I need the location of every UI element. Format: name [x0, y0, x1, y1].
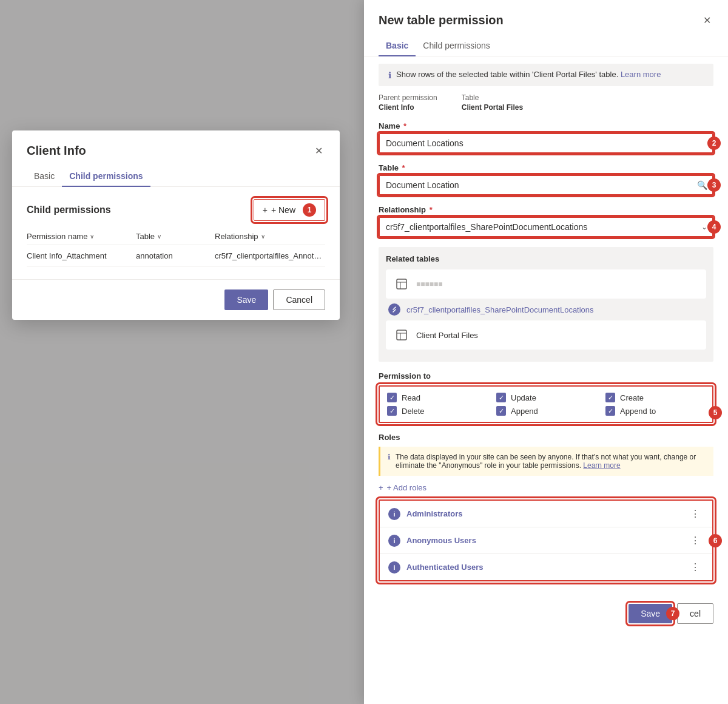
- name-input[interactable]: [379, 133, 713, 154]
- relationship-input[interactable]: [379, 217, 713, 237]
- modal-close-button[interactable]: ✕: [312, 143, 325, 159]
- role-icon-administrators: i: [388, 508, 400, 520]
- roles-warning: ℹ The data displayed in your site can be…: [379, 447, 713, 476]
- badge-5: 5: [709, 406, 722, 419]
- check-mark-6: ✓: [608, 407, 613, 415]
- client-info-modal: Client Info ✕ Basic Child permissions Ch…: [12, 130, 340, 320]
- warn-icon: ℹ: [388, 453, 391, 461]
- checkbox-create[interactable]: ✓ Create: [605, 393, 705, 402]
- role-name-authenticated: Authenticated Users: [406, 563, 483, 572]
- panel-footer: Save 7 cel: [364, 591, 728, 636]
- table-header: Permission name ∨ Table ∨ Relationship ∨: [27, 228, 325, 245]
- col-permission-name-header: Permission name: [27, 232, 87, 241]
- role-more-authenticated[interactable]: ⋮: [687, 560, 704, 574]
- permission-to-section: Permission to ✓ Read ✓ Update ✓: [379, 371, 713, 423]
- role-name-administrators: Administrators: [406, 509, 462, 518]
- permission-to-title: Permission to: [379, 371, 713, 381]
- checkbox-create-box[interactable]: ✓: [605, 393, 615, 402]
- checkbox-append-to-box[interactable]: ✓: [605, 406, 615, 416]
- tab-basic[interactable]: Basic: [27, 166, 62, 187]
- table-input[interactable]: [379, 175, 713, 195]
- role-item-anonymous: i Anonymous Users ⋮: [380, 527, 712, 554]
- roles-section: Roles ℹ The data displayed in your site …: [379, 433, 713, 581]
- modal-save-button[interactable]: Save: [224, 289, 268, 310]
- related-table-label-1: ■■■■■■: [416, 280, 443, 288]
- table-row: Client Info_Attachment annotation cr5f7_…: [27, 245, 325, 267]
- parent-permission-value: Client Info: [379, 103, 437, 112]
- checkbox-read-label: Read: [402, 393, 420, 402]
- role-item-authenticated: i Authenticated Users ⋮: [380, 554, 712, 580]
- name-label: Name *: [379, 121, 713, 130]
- sort-icon-perm: ∨: [90, 233, 94, 240]
- tab-child-permissions[interactable]: Child permissions: [62, 166, 150, 187]
- related-table-link-label: cr5f7_clientportalfiles_SharePointDocume…: [406, 305, 594, 314]
- table-label-2: Table: [462, 93, 523, 102]
- roles-title: Roles: [379, 433, 713, 442]
- checkbox-update[interactable]: ✓ Update: [496, 393, 596, 402]
- badge-4: 4: [707, 220, 721, 234]
- plus-icon: +: [263, 205, 268, 215]
- checkbox-delete-label: Delete: [402, 407, 425, 416]
- related-tables-section: Related tables ■■■■■■ cr5f7_clientportal…: [379, 247, 713, 362]
- chevron-down-icon: ⌄: [701, 223, 707, 231]
- svg-rect-0: [397, 279, 406, 289]
- search-icon: 🔍: [697, 180, 707, 190]
- panel-tabs: Basic Child permissions: [364, 36, 728, 56]
- new-button-label: + New: [271, 205, 295, 215]
- panel-cancel-button[interactable]: cel: [677, 603, 713, 624]
- info-banner-text: Show rows of the selected table within '…: [396, 70, 661, 79]
- role-icon-authenticated: i: [388, 561, 400, 574]
- badge-3: 3: [707, 178, 721, 192]
- check-mark-5: ✓: [499, 407, 504, 415]
- panel-title: New table permission: [379, 13, 504, 27]
- link-icon: [388, 303, 400, 316]
- checkbox-append-box[interactable]: ✓: [496, 406, 506, 416]
- badge-7: 7: [666, 607, 679, 620]
- check-mark-4: ✓: [389, 407, 395, 415]
- badge-2: 2: [707, 137, 721, 150]
- role-name-anonymous: Anonymous Users: [406, 536, 476, 545]
- new-child-permission-button[interactable]: + + New 1: [254, 199, 325, 221]
- panel-tab-basic[interactable]: Basic: [379, 36, 416, 56]
- roles-warning-text: The data displayed in your site can be s…: [396, 453, 706, 470]
- role-more-anonymous[interactable]: ⋮: [687, 533, 704, 547]
- sort-icon-rel: ∨: [261, 233, 265, 240]
- checkbox-delete-box[interactable]: ✓: [387, 406, 397, 416]
- checkbox-append[interactable]: ✓ Append: [496, 406, 596, 416]
- check-mark: ✓: [389, 394, 395, 402]
- checkbox-append-to[interactable]: ✓ Append to: [605, 406, 705, 416]
- add-roles-button[interactable]: + + Add roles: [379, 481, 426, 495]
- table-icon-1: [393, 276, 410, 293]
- info-learn-more-link[interactable]: Learn more: [621, 70, 661, 79]
- row-relationship: cr5f7_clientportalfiles_Annotatio...: [215, 251, 325, 260]
- checkbox-update-box[interactable]: ✓: [496, 393, 506, 402]
- roles-warning-link[interactable]: Learn more: [583, 461, 620, 470]
- relationship-label: Relationship *: [379, 205, 713, 214]
- check-mark-2: ✓: [499, 394, 504, 402]
- info-icon: ℹ: [388, 70, 391, 80]
- add-roles-plus-icon: +: [379, 483, 383, 492]
- parent-info-row: Parent permission Client Info Table Clie…: [364, 93, 728, 112]
- permission-checkboxes: ✓ Read ✓ Update ✓ Create: [379, 385, 713, 423]
- col-relationship-header: Relationship: [215, 232, 258, 241]
- checkbox-delete[interactable]: ✓ Delete: [387, 406, 487, 416]
- panel-tab-child-permissions[interactable]: Child permissions: [416, 36, 497, 56]
- related-table-label-2: Client Portal Files: [416, 331, 478, 340]
- panel-close-button[interactable]: ✕: [701, 12, 713, 29]
- badge-1: 1: [303, 203, 316, 217]
- col-table-header: Table: [136, 232, 155, 241]
- modal-cancel-button[interactable]: Cancel: [273, 289, 325, 310]
- row-table: annotation: [136, 251, 215, 260]
- related-tables-title: Related tables: [386, 254, 706, 263]
- checkbox-read-box[interactable]: ✓: [387, 393, 397, 402]
- modal-tabs: Basic Child permissions: [12, 166, 340, 187]
- svg-rect-3: [397, 330, 406, 340]
- role-item-administrators: i Administrators ⋮: [380, 501, 712, 527]
- child-permissions-title: Child permissions: [27, 205, 111, 215]
- checkbox-read[interactable]: ✓ Read: [387, 393, 487, 402]
- related-table-card-1: ■■■■■■: [386, 269, 706, 299]
- related-table-link: cr5f7_clientportalfiles_SharePointDocume…: [386, 303, 706, 320]
- info-banner: ℹ Show rows of the selected table within…: [379, 64, 713, 86]
- table-value-2: Client Portal Files: [462, 103, 523, 112]
- role-more-administrators[interactable]: ⋮: [687, 507, 704, 521]
